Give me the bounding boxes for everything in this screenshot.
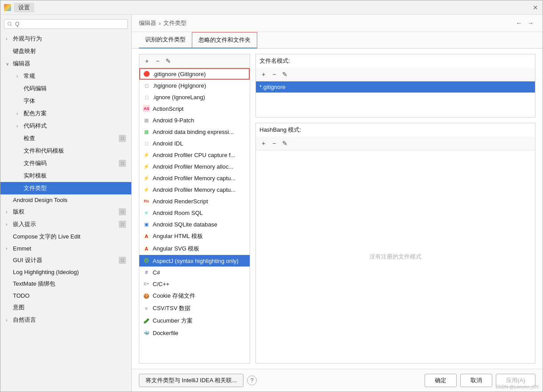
sidebar-item-androiddesign[interactable]: Android Design Tools <box>0 194 131 206</box>
file-type-icon: ≡ <box>143 305 150 312</box>
file-item[interactable]: 🐳Dockerfile <box>139 327 250 339</box>
sidebar-item-codestyle[interactable]: ›代码样式 <box>0 120 131 132</box>
file-type-icon: ◻ <box>143 82 150 89</box>
right-panel: 文件名模式: + − ✎ *.gitignore HashBang 模式: <box>255 54 535 364</box>
file-item[interactable]: ⚡Android Profiler Memory captu... <box>139 172 250 184</box>
filetype-list: 🔴.gitignore (GitIgnore)◻.hgignore (HgIgn… <box>139 68 250 363</box>
sidebar-item-general[interactable]: ›常规 <box>0 70 131 82</box>
sidebar-item-label: 实时模板 <box>24 172 47 180</box>
pattern-item[interactable]: *.gitignore <box>256 81 535 93</box>
file-item[interactable]: 🔴.gitignore (GitIgnore) <box>139 68 250 80</box>
file-item[interactable]: AAngular SVG 模板 <box>139 242 250 255</box>
sidebar-item-livetemplate[interactable]: 实时模板 <box>0 170 131 182</box>
filetype-list-panel: + − ✎ 🔴.gitignore (GitIgnore)◻.hgignore … <box>139 54 250 364</box>
nav-back-button[interactable]: ← <box>514 18 524 28</box>
sidebar-item-label: 文件类型 <box>24 184 47 192</box>
file-item[interactable]: ◻Android IDL <box>139 137 250 149</box>
file-item[interactable]: ▦Android 9-Patch <box>139 114 250 126</box>
help-button[interactable]: ? <box>247 376 257 385</box>
sidebar-item-naturallang[interactable]: ›自然语言 <box>0 314 131 326</box>
file-item[interactable]: RsAndroid RenderScript <box>139 195 250 207</box>
sidebar-item-intentions[interactable]: 意图 <box>0 301 131 314</box>
file-item[interactable]: 🅐AspectJ (syntax highlighting only) <box>139 255 250 267</box>
breadcrumb-editor: 编辑器 <box>139 19 156 27</box>
bottom-bar: 将文件类型与 IntelliJ IDEA 相关联... ? 确定 取消 应用(A… <box>132 369 543 392</box>
breadcrumb-nav: ← → <box>514 18 535 28</box>
sidebar-item-label: TODO <box>13 292 29 299</box>
titlebar: 设置 ✕ <box>0 0 543 15</box>
search-input[interactable] <box>4 19 128 29</box>
remove-hashbang-button[interactable]: − <box>269 138 279 148</box>
file-item[interactable]: ⚡Android Profiler Memory captu... <box>139 184 250 195</box>
sidebar-item-label: GUI 设计器 <box>13 256 42 264</box>
hashbang-section: HashBang 模式: + − ✎ 没有注册的文件模式 <box>255 123 535 364</box>
edit-filetype-button[interactable]: ✎ <box>163 56 173 66</box>
sidebar-item-composelive[interactable]: Compose 文字的 Live Edit <box>0 230 131 243</box>
sidebar-item-loghighlight[interactable]: Log Highlighting (Ideolog) <box>0 267 131 278</box>
sidebar-item-filetemplate[interactable]: 文件和代码模板 <box>0 145 131 157</box>
close-button[interactable]: ✕ <box>532 4 539 11</box>
sidebar-item-fileencoding[interactable]: 文件编码□ <box>0 157 131 170</box>
edit-hashbang-button[interactable]: ✎ <box>280 138 290 148</box>
file-type-label: Android Room SQL <box>153 210 203 216</box>
sidebar-item-todo[interactable]: TODO <box>0 290 131 301</box>
file-type-label: Android Profiler CPU capture f... <box>153 152 235 158</box>
file-item[interactable]: ◻.ignore (IgnoreLang) <box>139 91 250 103</box>
cancel-button[interactable]: 取消 <box>460 374 492 387</box>
sidebar-item-label: 版权 <box>13 208 24 216</box>
sidebar-item-label: 文件和代码模板 <box>24 147 64 155</box>
sidebar-item-copyright[interactable]: ›版权□ <box>0 206 131 218</box>
file-type-icon: Rs <box>143 198 150 205</box>
sidebar-item-keymap[interactable]: 键盘映射 <box>0 45 131 57</box>
sidebar-item-appearance[interactable]: ›外观与行为 <box>0 32 131 45</box>
add-filetype-button[interactable]: + <box>142 56 152 66</box>
edit-pattern-button[interactable]: ✎ <box>280 69 290 79</box>
file-item[interactable]: 🥒Cucumber 方案 <box>139 315 250 327</box>
sidebar-right-icon: □ <box>119 208 126 215</box>
sidebar-right-icon: □ <box>119 221 126 228</box>
breadcrumb: 编辑器 › 文件类型 ← → <box>132 15 543 32</box>
file-item[interactable]: ≡Android Room SQL <box>139 207 250 218</box>
sidebar-item-label: 意图 <box>13 303 24 311</box>
file-item[interactable]: ▣Android SQLite database <box>139 218 250 230</box>
expand-icon: › <box>6 318 11 323</box>
file-item[interactable]: ≡CSV/TSV 数据 <box>139 302 250 315</box>
sidebar-right-icon: □ <box>119 160 126 167</box>
file-item[interactable]: ASActionScript <box>139 103 250 114</box>
sidebar-item-editor[interactable]: ∨编辑器 <box>0 57 131 70</box>
add-pattern-button[interactable]: + <box>259 69 268 79</box>
remove-filetype-button[interactable]: − <box>153 56 162 66</box>
file-item[interactable]: ⚡Android Profiler CPU capture f... <box>139 149 250 161</box>
expand-icon: › <box>6 246 11 251</box>
sidebar-item-embedhints[interactable]: ›嵌入提示□ <box>0 218 131 230</box>
file-item[interactable]: #C# <box>139 267 250 278</box>
sidebar-item-colorscheme[interactable]: ›配色方案 <box>0 107 131 120</box>
sidebar-item-codeedit[interactable]: 代码编辑 <box>0 82 131 95</box>
file-item[interactable]: 🍪Cookie 存储文件 <box>139 290 250 302</box>
sidebar-item-font[interactable]: 字体 <box>0 95 131 107</box>
sidebar-item-filetype[interactable]: 文件类型 <box>0 182 131 194</box>
file-item[interactable]: ◻.hgignore (HgIgnore) <box>139 80 250 91</box>
sidebar-item-emmet[interactable]: ›Emmet <box>0 243 131 254</box>
file-type-icon: 🍪 <box>143 292 150 299</box>
file-item[interactable]: C+C/C++ <box>139 278 250 290</box>
confirm-button[interactable]: 确定 <box>425 374 457 387</box>
remove-pattern-button[interactable]: − <box>269 69 279 79</box>
file-type-icon: # <box>143 269 150 276</box>
hashbang-list: 没有注册的文件模式 <box>256 150 535 363</box>
nav-forward-button[interactable]: → <box>526 18 535 28</box>
tab-ignored[interactable]: 忽略的文件和文件夹 <box>192 32 257 48</box>
hashbang-label: HashBang 模式: <box>256 123 535 137</box>
associate-button[interactable]: 将文件类型与 IntelliJ IDEA 相关联... <box>139 374 243 387</box>
file-item[interactable]: ▦Android data binding expressi... <box>139 126 250 137</box>
tab-recognized[interactable]: 识别的文件类型 <box>139 32 192 48</box>
add-hashbang-button[interactable]: + <box>259 138 268 148</box>
file-type-icon: AS <box>143 105 150 112</box>
file-item[interactable]: ⚡Android Profiler Memory alloc... <box>139 161 250 172</box>
file-item[interactable]: AAngular HTML 模板 <box>139 230 250 242</box>
file-type-icon: A <box>143 233 150 240</box>
sidebar-item-inspect[interactable]: 检查□ <box>0 132 131 145</box>
sidebar-item-guidesigner[interactable]: GUI 设计器□ <box>0 254 131 267</box>
file-type-icon: 🐳 <box>143 329 150 336</box>
sidebar-item-textmate[interactable]: TextMate 插绑包 <box>0 278 131 290</box>
